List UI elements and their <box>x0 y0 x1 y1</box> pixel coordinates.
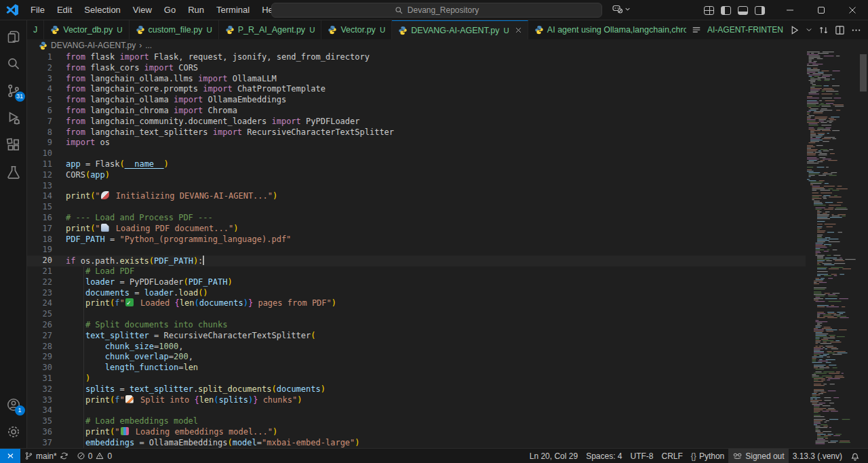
line-number[interactable]: 12 <box>27 170 52 181</box>
line-number[interactable]: 30 <box>27 363 52 374</box>
code-line[interactable]: 37 embeddings = OllamaEmbeddings(model="… <box>27 438 806 448</box>
code-line[interactable]: 24 print(f" Loaded {len(documents)} page… <box>27 298 806 309</box>
code-line[interactable]: 4from langchain_core.prompts import Chat… <box>27 84 806 95</box>
code-line[interactable]: 12CORS(app) <box>27 170 806 181</box>
eol-item[interactable]: CRLF <box>658 449 687 463</box>
minimize-button[interactable] <box>774 0 806 20</box>
toggle-sidebar-icon[interactable] <box>721 6 731 15</box>
line-number[interactable]: 31 <box>27 374 52 384</box>
line-number[interactable]: 6 <box>27 106 52 117</box>
line-number[interactable]: 28 <box>27 342 52 353</box>
code-line[interactable]: 27 text_splitter = RecursiveCharacterTex… <box>27 331 806 342</box>
close-window-button[interactable] <box>837 0 868 20</box>
remote-indicator[interactable] <box>0 449 20 463</box>
line-number[interactable]: 16 <box>27 213 52 224</box>
source-control-icon[interactable]: 31 <box>0 77 27 104</box>
editor-group-label[interactable]: AI-AGENT-FRINTEND <box>707 25 783 35</box>
explorer-icon[interactable] <box>0 23 27 50</box>
code-line[interactable]: 32 splits = text_splitter.split_document… <box>27 384 806 395</box>
code-editor[interactable]: 1from flask import Flask, request, jsoni… <box>27 52 868 448</box>
line-number[interactable]: 17 <box>27 224 52 235</box>
customize-layout-icon[interactable] <box>704 6 714 15</box>
code-line[interactable]: 11app = Flask(__name__) <box>27 159 806 170</box>
command-center-search[interactable]: Devang_Repository <box>271 3 602 18</box>
line-number[interactable]: 7 <box>27 117 52 127</box>
line-number[interactable]: 37 <box>27 438 52 448</box>
indentation-item[interactable]: Spaces: 4 <box>582 449 626 463</box>
breadcrumb-file[interactable]: DEVANG-AI-AGENT.py <box>51 41 136 50</box>
tab-devang-ai-agent[interactable]: DEVANG-AI-AGENT.py U <box>392 20 528 39</box>
line-number[interactable]: 34 <box>27 405 52 416</box>
line-number[interactable]: 26 <box>27 320 52 331</box>
code-line[interactable]: 14print(" Initializing DEVANG-AI-AGENT..… <box>27 191 806 202</box>
code-line[interactable]: 17print(" Loading PDF document...") <box>27 224 806 235</box>
code-line[interactable]: 33 print(f" Split into {len(splits)} chu… <box>27 395 806 406</box>
language-mode-item[interactable]: {} Python <box>687 449 728 463</box>
line-number[interactable]: 10 <box>27 148 52 159</box>
toggle-secondary-sidebar-icon[interactable] <box>755 6 765 15</box>
toggle-panel-icon[interactable] <box>738 6 748 15</box>
tab-vector[interactable]: Vector.py U <box>321 20 392 39</box>
code-line[interactable]: 3from langchain_ollama.llms import Ollam… <box>27 74 806 85</box>
tab-vector-db[interactable]: Vector_db.py U <box>44 20 129 39</box>
line-number[interactable]: 36 <box>27 427 52 438</box>
line-number[interactable]: 11 <box>27 159 52 170</box>
line-number[interactable]: 15 <box>27 202 52 213</box>
menu-edit[interactable]: Edit <box>52 3 77 17</box>
scrollbar-thumb[interactable] <box>860 54 867 92</box>
line-number[interactable]: 24 <box>27 298 52 309</box>
line-number[interactable]: 33 <box>27 395 52 406</box>
menu-selection[interactable]: Selection <box>79 3 125 17</box>
line-number[interactable]: 5 <box>27 95 52 106</box>
search-sidebar-icon[interactable] <box>0 50 27 77</box>
code-line[interactable]: 25 <box>27 309 806 320</box>
line-number[interactable]: 27 <box>27 331 52 342</box>
tab-j[interactable]: J <box>27 20 44 39</box>
line-number[interactable]: 4 <box>27 84 52 95</box>
code-line[interactable]: 9import os <box>27 138 806 148</box>
code-line[interactable]: 29 chunk_overlap=200, <box>27 352 806 363</box>
encoding-item[interactable]: UTF-8 <box>627 449 658 463</box>
git-branch-item[interactable]: main* <box>20 449 73 463</box>
code-line[interactable]: 2from flask_cors import CORS <box>27 63 806 74</box>
line-number[interactable]: 35 <box>27 416 52 427</box>
code-line[interactable]: 20if os.path.exists(PDF_PATH): <box>27 256 806 266</box>
code-line[interactable]: 6from langchain_chroma import Chroma <box>27 106 806 117</box>
split-editor-icon[interactable] <box>835 25 845 35</box>
code-line[interactable]: 35 # Load embeddings model <box>27 416 806 427</box>
code-line[interactable]: 15 <box>27 202 806 213</box>
line-number[interactable]: 18 <box>27 235 52 245</box>
menu-terminal[interactable]: Terminal <box>211 3 255 17</box>
line-number[interactable]: 14 <box>27 191 52 202</box>
run-debug-icon[interactable] <box>0 104 27 132</box>
run-dropdown-chevron-icon[interactable] <box>806 26 812 33</box>
code-line[interactable]: 8from langchain_text_splitters import Re… <box>27 127 806 138</box>
code-line[interactable]: 10 <box>27 148 806 159</box>
code-line[interactable]: 5from langchain_ollama import OllamaEmbe… <box>27 95 806 106</box>
cursor-position-item[interactable]: Ln 20, Col 29 <box>526 449 582 463</box>
menu-go[interactable]: Go <box>159 3 181 17</box>
hamburger-menu-icon[interactable] <box>692 25 701 35</box>
code-line[interactable]: 30 length_function=len <box>27 363 806 374</box>
code-line[interactable]: 23 documents = loader.load() <box>27 288 806 299</box>
code-line[interactable]: 13 <box>27 181 806 192</box>
code-line[interactable]: 1from flask import Flask, request, jsoni… <box>27 52 806 63</box>
code-line[interactable]: 18PDF_PATH = "Python_(programming_langua… <box>27 235 806 245</box>
settings-gear-icon[interactable] <box>0 418 27 445</box>
code-line[interactable]: 16# --- Load and Process PDF --- <box>27 213 806 224</box>
line-number[interactable]: 25 <box>27 309 52 320</box>
tab-custom-file[interactable]: custom_file.py U <box>130 20 219 39</box>
run-python-file-icon[interactable] <box>789 25 800 35</box>
code-line[interactable]: 19 <box>27 245 806 256</box>
code-line[interactable]: 31 ) <box>27 374 806 384</box>
tab-pr-ai-agent[interactable]: P_R_AI_Agent.py U <box>219 20 322 39</box>
close-tab-icon[interactable] <box>515 27 521 33</box>
code-line[interactable]: 34 <box>27 405 806 416</box>
line-number[interactable]: 13 <box>27 181 52 192</box>
line-number[interactable]: 8 <box>27 127 52 138</box>
open-changes-icon[interactable] <box>818 25 829 35</box>
accounts-icon[interactable]: 1 <box>0 391 27 418</box>
more-actions-icon[interactable] <box>851 25 861 35</box>
code-line[interactable]: 21 # Load PDF <box>27 266 806 277</box>
code-line[interactable]: 26 # Split documents into chunks <box>27 320 806 331</box>
